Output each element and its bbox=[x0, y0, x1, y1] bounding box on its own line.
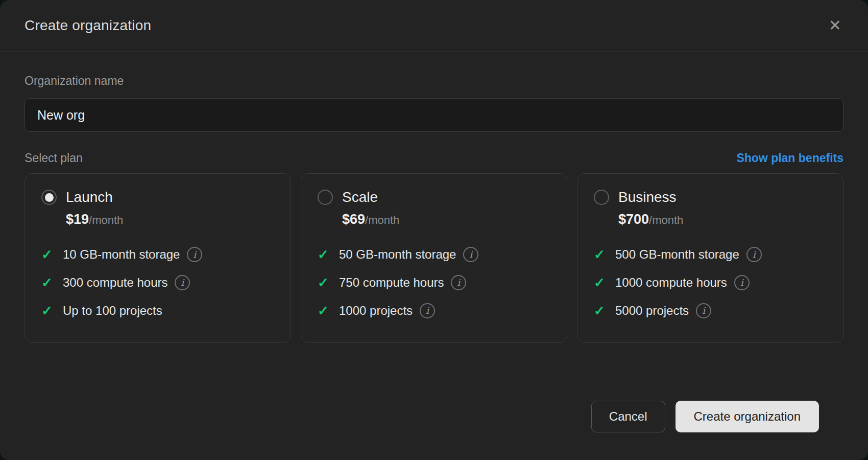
info-icon[interactable]: i bbox=[746, 247, 762, 262]
plan-name: Launch bbox=[66, 189, 113, 205]
feature-text: 10 GB-month storage bbox=[63, 247, 180, 262]
check-icon: ✓ bbox=[41, 247, 56, 263]
info-icon[interactable]: i bbox=[187, 247, 202, 262]
info-icon[interactable]: i bbox=[175, 275, 190, 290]
plan-feature: ✓ 750 compute hours i bbox=[318, 274, 550, 291]
check-icon: ✓ bbox=[594, 275, 608, 291]
plan-card-launch[interactable]: Launch $19 /month ✓ 10 GB-month storage … bbox=[25, 173, 291, 343]
plan-features: ✓ 50 GB-month storage i ✓ 750 compute ho… bbox=[318, 246, 550, 319]
dialog-header: Create organization ✕ bbox=[0, 0, 868, 52]
org-name-label: Organization name bbox=[25, 74, 843, 88]
radio-dot bbox=[45, 193, 54, 202]
info-icon[interactable]: i bbox=[696, 303, 711, 318]
plan-price-row: $19 /month bbox=[66, 212, 274, 227]
plan-features: ✓ 10 GB-month storage i ✓ 300 compute ho… bbox=[41, 246, 274, 319]
check-icon: ✓ bbox=[594, 303, 608, 319]
feature-text: 1000 compute hours bbox=[615, 275, 727, 290]
create-organization-button[interactable]: Create organization bbox=[676, 401, 819, 432]
plan-cards: Launch $19 /month ✓ 10 GB-month storage … bbox=[25, 173, 843, 343]
plan-price: $69 bbox=[342, 212, 365, 227]
dialog-body: Organization name Select plan Show plan … bbox=[0, 52, 868, 432]
info-icon[interactable]: i bbox=[463, 247, 478, 262]
plan-feature: ✓ 300 compute hours i bbox=[41, 274, 274, 291]
plan-name: Scale bbox=[342, 189, 378, 205]
plan-price: $700 bbox=[618, 212, 649, 227]
select-plan-label: Select plan bbox=[25, 151, 83, 165]
plan-feature: ✓ 500 GB-month storage i bbox=[594, 246, 827, 263]
plan-period: /month bbox=[89, 214, 123, 227]
check-icon: ✓ bbox=[594, 247, 608, 263]
plan-feature: ✓ 10 GB-month storage i bbox=[41, 246, 274, 263]
plan-price: $19 bbox=[66, 212, 89, 227]
show-plan-benefits-link[interactable]: Show plan benefits bbox=[736, 151, 843, 165]
feature-text: 50 GB-month storage bbox=[339, 247, 456, 262]
check-icon: ✓ bbox=[318, 247, 332, 263]
plan-feature: ✓ Up to 100 projects i bbox=[41, 302, 274, 319]
select-plan-row: Select plan Show plan benefits bbox=[25, 151, 843, 165]
plan-card-scale[interactable]: Scale $69 /month ✓ 50 GB-month storage i… bbox=[301, 173, 567, 343]
check-icon: ✓ bbox=[41, 275, 56, 291]
dialog-title: Create organization bbox=[25, 17, 151, 34]
check-icon: ✓ bbox=[318, 275, 332, 291]
plan-radio[interactable] bbox=[318, 190, 333, 205]
cancel-button[interactable]: Cancel bbox=[591, 401, 665, 432]
dialog-footer: Cancel Create organization bbox=[25, 401, 843, 432]
plan-feature: ✓ 50 GB-month storage i bbox=[318, 246, 550, 263]
info-icon[interactable]: i bbox=[451, 275, 466, 290]
plan-radio[interactable] bbox=[41, 190, 57, 205]
plan-name: Business bbox=[618, 189, 677, 205]
feature-text: 500 GB-month storage bbox=[615, 247, 739, 262]
feature-text: 300 compute hours bbox=[63, 275, 167, 290]
create-organization-dialog: Create organization ✕ Organization name … bbox=[0, 0, 868, 460]
feature-text: Up to 100 projects bbox=[63, 304, 162, 318]
info-icon[interactable]: i bbox=[734, 275, 750, 290]
plan-feature: ✓ 5000 projects i bbox=[594, 302, 827, 319]
plan-price-row: $700 /month bbox=[618, 212, 827, 227]
feature-text: 5000 projects bbox=[615, 304, 689, 318]
feature-text: 1000 projects bbox=[339, 304, 413, 318]
feature-text: 750 compute hours bbox=[339, 275, 444, 290]
plan-price-row: $69 /month bbox=[342, 212, 550, 227]
info-icon[interactable]: i bbox=[420, 303, 435, 318]
plan-card-business[interactable]: Business $700 /month ✓ 500 GB-month stor… bbox=[577, 173, 843, 343]
plan-period: /month bbox=[365, 214, 399, 227]
plan-period: /month bbox=[649, 214, 683, 227]
plan-radio[interactable] bbox=[594, 190, 609, 205]
plan-features: ✓ 500 GB-month storage i ✓ 1000 compute … bbox=[594, 246, 827, 319]
check-icon: ✓ bbox=[318, 303, 332, 319]
check-icon: ✓ bbox=[41, 303, 56, 319]
close-icon[interactable]: ✕ bbox=[827, 16, 843, 35]
plan-feature: ✓ 1000 compute hours i bbox=[594, 274, 827, 291]
plan-feature: ✓ 1000 projects i bbox=[318, 302, 550, 319]
org-name-input[interactable] bbox=[25, 98, 843, 132]
